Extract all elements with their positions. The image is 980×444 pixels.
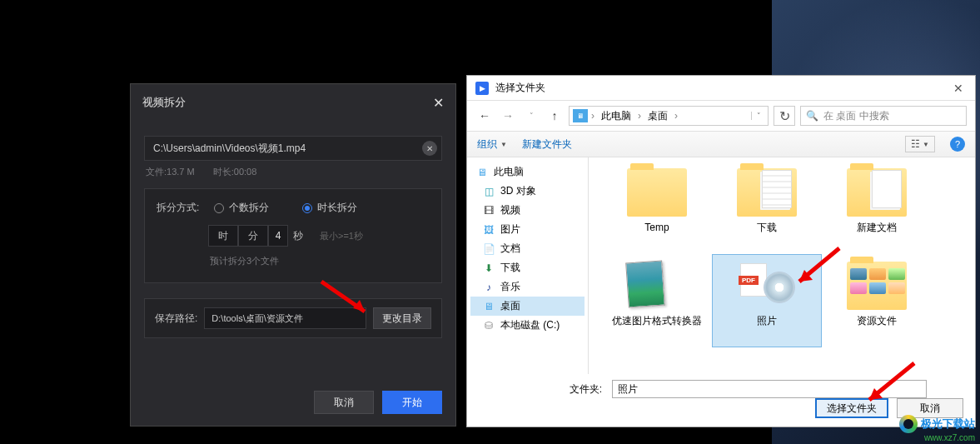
dialog-titlebar: ▶ 选择文件夹 ✕	[467, 76, 975, 101]
chevron-right-icon[interactable]: ›	[589, 110, 596, 122]
main-area: 🖥此电脑 ◫3D 对象 🎞视频 🖼图片 📄文档 ⬇下载 ♪音乐 🖥桌面 ⛁本地磁…	[467, 157, 975, 374]
back-button[interactable]: ←	[475, 107, 494, 125]
picture-icon: 🖼	[482, 224, 495, 236]
view-mode-button[interactable]: ☷ ▼	[905, 136, 935, 152]
pc-icon: 🖥	[573, 109, 588, 122]
tree-pictures[interactable]: 🖼图片	[470, 220, 585, 239]
dialog-title: 视频拆分	[142, 95, 186, 110]
time-input-row: 时 分 4 秒 最小>=1秒	[208, 225, 430, 247]
radio-icon	[214, 203, 224, 213]
folder-name-label: 文件夹:	[467, 382, 605, 397]
close-icon[interactable]: ✕	[948, 82, 968, 95]
tree-downloads[interactable]: ⬇下载	[470, 258, 585, 277]
folder-temp[interactable]: Temp	[602, 161, 712, 254]
new-folder-button[interactable]: 新建文件夹	[522, 137, 572, 152]
minute-input[interactable]: 分	[238, 225, 268, 247]
tree-desktop[interactable]: 🖥桌面	[470, 297, 585, 316]
disk-icon: ⛁	[482, 320, 495, 332]
address-bar[interactable]: 🖥 › 此电脑 › 桌面 › ˅	[569, 106, 769, 126]
save-path-row: 保存路径: 更改目录	[144, 298, 442, 338]
refresh-button[interactable]: ↻	[774, 106, 795, 126]
logo-icon	[899, 415, 918, 433]
folder-newdoc[interactable]: 新建文档	[822, 161, 932, 254]
video-icon: 🎞	[482, 205, 495, 217]
dialog-header: 视频拆分 ✕	[131, 84, 455, 121]
radio-icon	[302, 203, 312, 213]
document-icon: 📄	[482, 243, 495, 255]
split-options-panel: 拆分方式: 个数拆分 时长拆分 时 分 4 秒 最小>=1秒 预计拆分3个文件	[144, 188, 442, 283]
dialog-footer: 取消 开始	[314, 391, 442, 414]
up-button[interactable]: ↑	[545, 107, 564, 125]
min-hint: 最小>=1秒	[320, 230, 363, 242]
radio-time-split[interactable]: 时长拆分	[302, 201, 357, 215]
file-path-input[interactable]	[145, 142, 418, 154]
start-button[interactable]: 开始	[382, 391, 442, 414]
folder-resources[interactable]: 资源文件	[822, 254, 932, 347]
folder-name-input[interactable]	[612, 380, 927, 398]
folder-icon	[627, 168, 687, 217]
change-dir-button[interactable]: 更改目录	[373, 307, 431, 329]
address-dropdown-icon[interactable]: ˅	[751, 112, 766, 120]
select-folder-button[interactable]: 选择文件夹	[815, 398, 888, 418]
file-info: 文件:13.7 M 时长:00:08	[146, 166, 440, 178]
music-icon: ♪	[482, 282, 495, 293]
folder-icon	[847, 168, 907, 217]
cube-icon: ◫	[482, 186, 495, 197]
tree-video[interactable]: 🎞视频	[470, 201, 585, 220]
download-icon: ⬇	[482, 262, 495, 274]
file-grid: Temp 下载 新建文档 优速图片格式转换器 照片	[589, 157, 975, 374]
search-placeholder: 在 桌面 中搜索	[823, 109, 889, 123]
close-icon[interactable]: ✕	[433, 95, 444, 111]
tree-disk-c[interactable]: ⛁本地磁盘 (C:)	[470, 316, 585, 335]
tree-music[interactable]: ♪音乐	[470, 277, 585, 297]
nav-tree: 🖥此电脑 ◫3D 对象 🎞视频 🖼图片 📄文档 ⬇下载 ♪音乐 🖥桌面 ⛁本地磁…	[467, 157, 589, 374]
hour-input[interactable]: 时	[208, 225, 238, 247]
breadcrumb-desktop[interactable]: 桌面	[644, 107, 671, 125]
app-icon: ▶	[475, 82, 489, 95]
toolbar: 组织 ▼ 新建文件夹 ☷ ▼ ?	[467, 131, 975, 157]
save-path-input[interactable]	[204, 307, 366, 329]
chevron-down-icon: ▼	[500, 141, 507, 148]
tree-3d[interactable]: ◫3D 对象	[470, 182, 585, 201]
tree-pc[interactable]: 🖥此电脑	[470, 162, 585, 182]
cancel-button[interactable]: 取消	[314, 391, 374, 414]
save-path-label: 保存路径:	[155, 312, 197, 326]
clear-path-button[interactable]: ✕	[418, 137, 441, 160]
organize-menu[interactable]: 组织 ▼	[477, 137, 507, 152]
folder-picker-dialog: ▶ 选择文件夹 ✕ ← → ˅ ↑ 🖥 › 此电脑 › 桌面 › ˅ ↻ 🔍 在…	[466, 75, 976, 427]
split-method-label: 拆分方式:	[157, 201, 199, 215]
image-thumb-icon	[627, 262, 687, 310]
help-icon[interactable]: ?	[950, 137, 965, 152]
chevron-right-icon[interactable]: ›	[636, 110, 643, 122]
dialog-title: 选择文件夹	[495, 81, 545, 95]
nav-row: ← → ˅ ↑ 🖥 › 此电脑 › 桌面 › ˅ ↻ 🔍 在 桌面 中搜索	[467, 101, 975, 131]
folder-icon	[847, 262, 907, 310]
folder-icon	[737, 262, 797, 310]
tree-documents[interactable]: 📄文档	[470, 239, 585, 258]
folder-photos[interactable]: 照片	[712, 254, 822, 347]
radio-count-split[interactable]: 个数拆分	[214, 201, 269, 215]
estimate-text: 预计拆分3个文件	[210, 255, 430, 267]
pc-icon: 🖥	[475, 167, 489, 178]
watermark: 极光下载站 www.xz7.com	[899, 415, 975, 442]
file-path-row: ✕	[144, 136, 442, 161]
folder-converter[interactable]: 优速图片格式转换器	[602, 254, 712, 347]
forward-button[interactable]: →	[499, 107, 517, 125]
search-icon: 🔍	[806, 110, 818, 122]
recent-drop-icon[interactable]: ˅	[522, 107, 540, 125]
folder-icon	[737, 168, 797, 217]
search-input[interactable]: 🔍 在 桌面 中搜索	[800, 106, 967, 126]
seconds-unit: 秒	[288, 229, 311, 243]
seconds-value[interactable]: 4	[268, 225, 288, 247]
video-split-dialog: 视频拆分 ✕ ✕ 文件:13.7 M 时长:00:08 拆分方式: 个数拆分 时…	[130, 83, 456, 427]
chevron-right-icon[interactable]: ›	[673, 110, 679, 122]
breadcrumb-pc[interactable]: 此电脑	[598, 107, 634, 125]
desktop-icon: 🖥	[482, 301, 495, 312]
folder-downloads[interactable]: 下载	[712, 161, 822, 254]
